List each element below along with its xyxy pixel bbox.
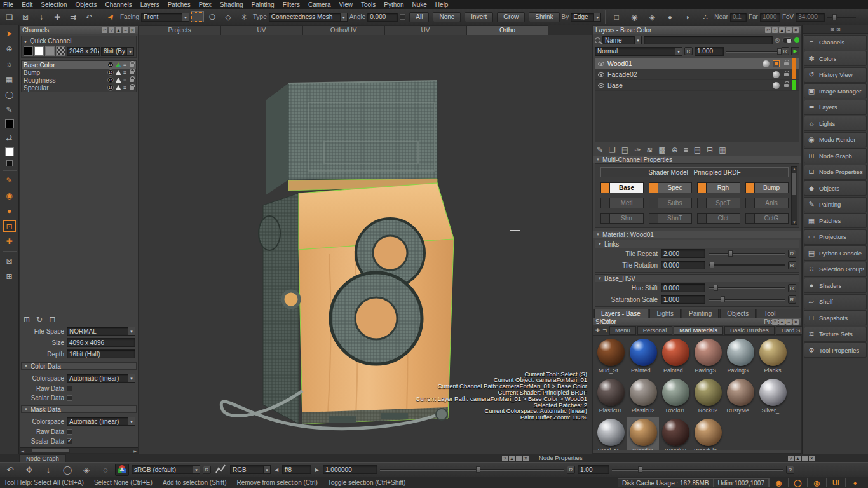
angle-checkbox[interactable]	[400, 14, 405, 20]
channel-row[interactable]: Bump 16 ≡	[22, 69, 136, 76]
menu-item[interactable]: Channels	[105, 1, 132, 8]
visibility-eye-icon[interactable]	[598, 62, 604, 66]
mask-scalar-data-checkbox[interactable]	[67, 438, 72, 444]
add-channel-icon[interactable]: ⊞	[24, 315, 30, 324]
viewport-tab[interactable]: Ortho/UV	[302, 25, 384, 35]
light-tool[interactable]: ☼	[3, 58, 16, 70]
menu-item[interactable]: View	[339, 1, 353, 8]
by-dropdown[interactable]: Edge	[571, 13, 601, 22]
panel-control-icon[interactable]: ‒	[123, 27, 128, 33]
panel-control-icon[interactable]: ▲	[779, 319, 785, 325]
dock-left-icon[interactable]: ⊞	[830, 27, 834, 32]
shelf-material[interactable]: Plastic01	[595, 377, 627, 417]
gain-field[interactable]: 1.000000	[323, 465, 377, 474]
close-project-icon[interactable]: ⊠	[18, 13, 32, 22]
histogram-icon[interactable]	[214, 464, 227, 475]
shelf-material[interactable]: Steel_M...	[595, 417, 627, 450]
paint-tool[interactable]: ✎	[3, 175, 16, 186]
display-channel-dropdown[interactable]: RGB	[230, 465, 271, 474]
reset-amount-button[interactable]: R	[781, 47, 789, 55]
value-slider[interactable]	[709, 261, 785, 269]
sidebar-palette-button[interactable]: ▤ Python Console	[804, 245, 867, 261]
value-field[interactable]: 0.000	[661, 283, 705, 292]
value-field[interactable]: 0.000	[661, 261, 705, 269]
panel-control-icon[interactable]: ▲	[116, 27, 121, 33]
visibility-eye-icon[interactable]	[598, 83, 604, 88]
shelf-tab[interactable]: Basic Brushes	[724, 326, 775, 335]
exposure-increment-icon[interactable]: ▶	[314, 467, 320, 473]
panel-control-icon[interactable]: ↶	[102, 27, 107, 33]
exposure-field[interactable]: f/8	[282, 465, 311, 474]
shelf-material[interactable]: Planks	[757, 337, 789, 377]
lock-icon[interactable]	[130, 79, 134, 82]
panel-control-icon[interactable]: ?	[788, 456, 794, 461]
wireframe-icon[interactable]: □	[609, 13, 623, 22]
rotate-icon[interactable]: ◯	[60, 465, 74, 475]
vertical-scrollbar[interactable]: ▲▼	[791, 166, 797, 225]
menu-item[interactable]: Painting	[252, 1, 275, 8]
merge-layers-icon[interactable]: ≡	[684, 146, 688, 154]
sidebar-palette-button[interactable]: ● Shaders	[804, 278, 867, 293]
color-data-section[interactable]: Color Data	[21, 362, 137, 370]
panel-control-icon[interactable]: ✕	[793, 319, 799, 325]
add-mask-icon[interactable]: ⊕	[672, 146, 678, 154]
shelf-material[interactable]: Painted...	[627, 337, 659, 377]
visibility-eye-icon[interactable]	[598, 72, 604, 77]
layer-row[interactable]: Wood01	[595, 58, 799, 69]
value-slider[interactable]	[709, 295, 785, 303]
dock-tab[interactable]: Objects	[720, 309, 756, 318]
shelf-material[interactable]: Mud_St...	[595, 337, 627, 377]
shelf-material[interactable]: WoodFlo...	[692, 417, 724, 450]
black-swatch[interactable]	[24, 46, 33, 56]
near-field[interactable]: 0.1	[730, 13, 747, 22]
amount-field[interactable]: 1.000	[695, 47, 724, 56]
fov-field[interactable]: 34.000	[796, 13, 825, 22]
menu-item[interactable]: Filters	[283, 1, 300, 8]
channel-toggle-button[interactable]: Clct	[697, 213, 740, 224]
bitdepth-dropdown[interactable]: 8bit (By	[101, 47, 134, 56]
reset-button[interactable]: R	[788, 261, 796, 269]
dock-tab[interactable]: Tool Properties	[757, 309, 801, 318]
clone-stamp-tool[interactable]: ⊞	[3, 271, 16, 282]
base-hsv-section[interactable]: Base_HSV	[595, 274, 799, 282]
sidebar-palette-button[interactable]: ⚙ Tool Properties	[804, 342, 867, 358]
warp-tool[interactable]: ▦	[3, 74, 16, 85]
dock-tab[interactable]: Layers - Base Color	[594, 309, 648, 318]
paint-through-tool[interactable]: ◉	[3, 190, 16, 201]
menu-item[interactable]: Tools	[361, 1, 376, 8]
channel-toggle-button[interactable]: Spec	[649, 182, 692, 193]
viewport-tab[interactable]: Ortho	[466, 25, 548, 35]
add-group-icon[interactable]: ▤	[621, 146, 628, 154]
panel-control-icon[interactable]: ‒	[786, 27, 792, 33]
dock-tab[interactable]: Painting	[682, 309, 719, 318]
selection-button[interactable]: None	[433, 12, 461, 22]
vector-paint-tool[interactable]: ✚	[3, 236, 16, 247]
lock-icon[interactable]	[130, 64, 134, 67]
save-project-icon[interactable]: ↓	[34, 13, 48, 22]
add-procedural-icon[interactable]: ≋	[646, 146, 653, 154]
symmetry-icon[interactable]: ◈	[645, 13, 659, 22]
shelf-tab[interactable]: Mari Materials	[674, 326, 723, 335]
mask-data-section[interactable]: Mask Data	[21, 405, 137, 413]
marquee-select-icon[interactable]	[191, 12, 203, 22]
foreground-swatch[interactable]	[5, 119, 14, 128]
add-shelf-icon[interactable]: ✚	[594, 327, 601, 334]
palette-grid-icon[interactable]: ▦	[719, 146, 726, 154]
value-slider[interactable]	[709, 284, 785, 292]
mini-swatch[interactable]	[6, 160, 13, 166]
facing-dropdown[interactable]: Front	[141, 13, 189, 22]
sync-channel-icon[interactable]: ↻	[36, 315, 43, 324]
value-slider[interactable]	[709, 250, 785, 257]
panel-control-icon[interactable]: ✕	[523, 456, 529, 461]
type-dropdown[interactable]: Connectedness Mesh	[269, 13, 348, 22]
focus-icon[interactable]: ◌	[98, 465, 112, 475]
channel-row[interactable]: Base Color 16 ≡	[22, 61, 136, 69]
record-status-icon[interactable]: ◎	[807, 478, 826, 487]
panel-control-icon[interactable]: ✕	[809, 456, 815, 461]
sidebar-palette-button[interactable]: ≡ Channels	[804, 35, 867, 50]
channel-row[interactable]: Roughness 16 ≡	[22, 76, 136, 84]
add-layer-icon[interactable]: ❏	[609, 146, 616, 154]
reset-gamma-button[interactable]: R	[786, 466, 794, 474]
selection-button[interactable]: Grow	[497, 12, 525, 22]
sidebar-palette-button[interactable]: ◆ Objects	[804, 180, 867, 196]
